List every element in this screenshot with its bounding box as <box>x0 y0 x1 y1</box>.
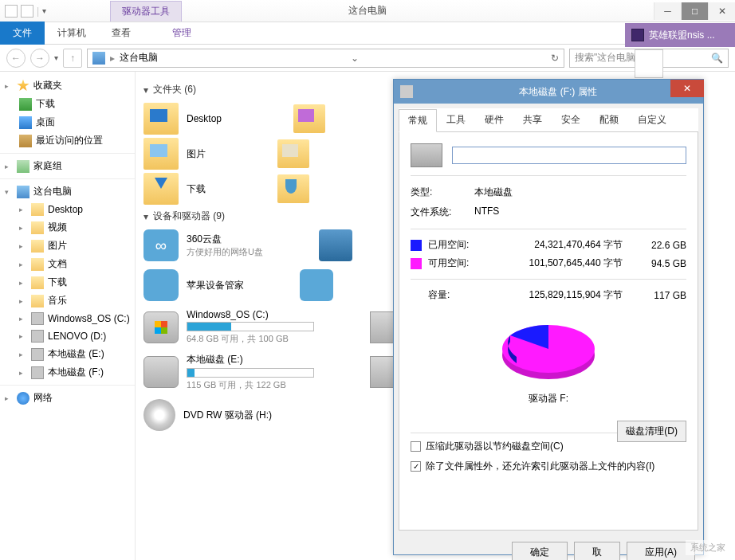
window-titlebar: | ▾ 驱动器工具 这台电脑 ─ □ ✕ <box>0 0 735 22</box>
tab-security[interactable]: 安全 <box>552 108 590 131</box>
folder-icon <box>31 221 44 234</box>
qat-icon[interactable] <box>21 5 33 18</box>
homegroup-icon <box>17 160 29 173</box>
forward-button[interactable]: → <box>30 49 49 68</box>
search-placeholder: 搜索"这台电脑" <box>575 51 639 65</box>
dialog-tabs: 常规 工具 硬件 共享 安全 配额 自定义 <box>399 108 698 132</box>
checkbox-checked-icon[interactable]: ✓ <box>411 461 421 472</box>
used-gb: 22.6 GB <box>639 240 686 251</box>
usage-bar <box>187 322 314 331</box>
sidebar-node-music[interactable]: ▸音乐 <box>0 292 135 310</box>
tab-general[interactable]: 常规 <box>399 109 437 132</box>
lol-icon <box>631 29 644 41</box>
device-thumb[interactable] <box>300 269 333 301</box>
free-label: 可用空间: <box>428 257 492 270</box>
breadcrumb-sep: ▸ <box>110 53 115 64</box>
computer-tab[interactable]: 计算机 <box>45 22 99 45</box>
free-gb: 94.5 GB <box>639 258 686 269</box>
recent-icon <box>19 135 32 147</box>
tab-custom[interactable]: 自定义 <box>628 108 676 131</box>
folder-icon <box>31 258 44 271</box>
history-dropdown-icon[interactable]: ▾ <box>54 53 58 62</box>
tab-hardware[interactable]: 硬件 <box>475 108 513 131</box>
task-tab-label: 英雄联盟nsis ... <box>649 29 715 42</box>
sidebar-node-lenovo[interactable]: ▸LENOVO (D:) <box>0 327 135 345</box>
up-button[interactable]: ↑ <box>63 49 82 68</box>
folder-doc-thumb[interactable] <box>277 139 309 168</box>
sidebar-node-video[interactable]: ▸视频 <box>0 218 135 237</box>
desktop-icon <box>19 116 32 129</box>
dialog-titlebar[interactable]: 本地磁盘 (F:) 属性 ✕ <box>394 80 703 104</box>
maximize-button[interactable]: □ <box>681 2 708 20</box>
type-label: 类型: <box>411 186 474 199</box>
drive-icon <box>143 356 179 388</box>
sidebar-recent[interactable]: 最近访问的位置 <box>0 131 135 150</box>
tab-quota[interactable]: 配额 <box>590 108 628 131</box>
download-icon <box>19 98 32 111</box>
file-tab[interactable]: 文件 <box>0 22 45 45</box>
folder-icon <box>143 103 179 135</box>
network-icon <box>17 392 29 405</box>
address-input[interactable]: ▸ 这台电脑 ⌄ ↻ <box>87 49 564 68</box>
sidebar-node-e[interactable]: ▸本地磁盘 (E:) <box>0 345 135 363</box>
star-icon <box>17 80 29 92</box>
drive-icon <box>143 311 179 343</box>
manage-tab[interactable]: 管理 <box>159 22 204 45</box>
close-button[interactable]: ✕ <box>708 2 735 20</box>
index-checkbox-row[interactable]: ✓除了文件属性外，还允许索引此驱动器上文件的内容(I) <box>411 460 686 473</box>
free-swatch <box>411 258 422 269</box>
qat-dropdown-icon[interactable]: ▾ <box>42 6 46 15</box>
ok-button[interactable]: 确定 <box>512 542 568 560</box>
app-icon <box>5 5 18 18</box>
sidebar-node-pictures[interactable]: ▸图片 <box>0 237 135 255</box>
sidebar-homegroup[interactable]: ▸家庭组 <box>0 157 135 175</box>
device-thumb[interactable] <box>319 229 352 261</box>
back-button[interactable]: ← <box>6 49 26 68</box>
sidebar-node-desktop[interactable]: ▸Desktop <box>0 201 135 218</box>
refresh-icon[interactable]: ↻ <box>551 53 559 64</box>
folder-icon <box>143 173 179 205</box>
tab-tools[interactable]: 工具 <box>437 108 475 131</box>
dvd-icon <box>143 399 175 431</box>
usage-bar <box>187 368 314 378</box>
capacity-gb: 117 GB <box>639 290 686 301</box>
taskbar-preview-tab[interactable]: 英雄联盟nsis ... <box>625 23 735 47</box>
dialog-buttons: 确定 取 应用(A) <box>394 535 703 560</box>
sidebar-downloads[interactable]: 下载 <box>0 95 135 113</box>
drive-icon <box>31 348 44 361</box>
checkbox-unchecked-icon[interactable] <box>411 441 421 452</box>
sidebar-node-win8[interactable]: ▸Windows8_OS (C:) <box>0 310 135 327</box>
tab-sharing[interactable]: 共享 <box>513 108 552 131</box>
drive-large-icon <box>411 143 442 167</box>
ribbon-context-tab[interactable]: 驱动器工具 <box>110 1 182 22</box>
folder-music-thumb[interactable] <box>277 174 309 203</box>
cancel-button[interactable]: 取 <box>574 542 620 560</box>
sidebar-node-f[interactable]: ▸本地磁盘 (F:) <box>0 363 135 382</box>
usage-pie-chart <box>493 315 604 387</box>
sidebar-network[interactable]: ▸网络 <box>0 389 135 407</box>
breadcrumb-root[interactable]: 这台电脑 <box>120 51 158 65</box>
drive-icon <box>400 85 413 98</box>
disk-cleanup-button[interactable]: 磁盘清理(D) <box>617 421 686 442</box>
sidebar-desktop[interactable]: 桌面 <box>0 113 135 131</box>
volume-label-input[interactable] <box>452 147 686 164</box>
minimize-button[interactable]: ─ <box>654 2 681 20</box>
cloud-icon <box>143 229 179 261</box>
address-dropdown-icon[interactable]: ⌄ <box>351 53 359 64</box>
sidebar-node-docs[interactable]: ▸文档 <box>0 255 135 273</box>
sidebar-favorites[interactable]: ▸收藏夹 <box>0 76 135 95</box>
type-value: 本地磁盘 <box>474 186 513 199</box>
folder-video-thumb[interactable] <box>293 104 325 133</box>
address-bar: ← → ▾ ↑ ▸ 这台电脑 ⌄ ↻ 搜索"这台电脑" 🔍 <box>0 45 735 72</box>
navigation-pane: ▸收藏夹 下载 桌面 最近访问的位置 ▸家庭组 ▾这台电脑 ▸Desktop ▸… <box>0 72 136 560</box>
folder-icon <box>31 276 44 289</box>
dialog-close-button[interactable]: ✕ <box>670 80 704 97</box>
view-tab[interactable]: 查看 <box>99 22 143 45</box>
folder-icon <box>31 295 44 307</box>
dialog-title: 本地磁盘 (F:) 属性 <box>419 85 697 99</box>
sidebar-node-dl[interactable]: ▸下载 <box>0 273 135 292</box>
sidebar-this-pc[interactable]: ▾这台电脑 <box>0 182 135 201</box>
search-icon[interactable]: 🔍 <box>711 53 723 64</box>
folder-icon <box>143 138 179 170</box>
fs-value: NTFS <box>474 206 499 219</box>
